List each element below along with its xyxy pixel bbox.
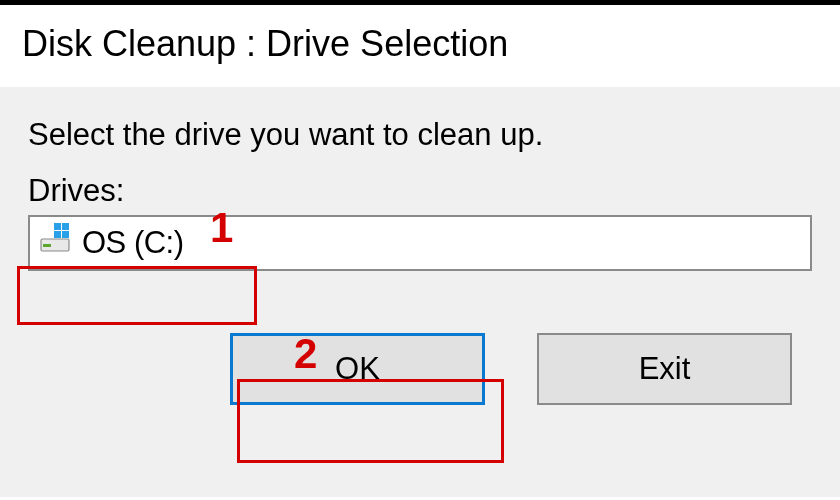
drive-selected-text: OS (C:) — [82, 225, 800, 261]
instruction-text: Select the drive you want to clean up. — [28, 117, 812, 153]
svg-rect-1 — [43, 244, 51, 247]
drive-select-wrapper: OS (C:) — [28, 215, 812, 271]
ok-button[interactable]: OK — [230, 333, 485, 405]
svg-rect-2 — [54, 223, 61, 230]
drives-label: Drives: — [28, 173, 124, 209]
svg-rect-5 — [62, 231, 69, 238]
exit-button[interactable]: Exit — [537, 333, 792, 405]
drive-select[interactable]: OS (C:) — [28, 215, 812, 271]
button-row: OK Exit — [28, 333, 812, 405]
dialog-content: Select the drive you want to clean up. D… — [0, 87, 840, 497]
svg-rect-4 — [54, 231, 61, 238]
window-title: Disk Cleanup : Drive Selection — [0, 0, 840, 87]
svg-rect-3 — [62, 223, 69, 230]
drive-os-icon — [40, 223, 72, 261]
